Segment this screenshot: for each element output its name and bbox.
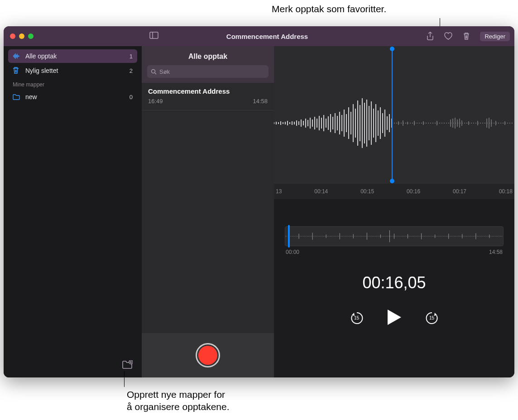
folder-icon [13,94,21,100]
waveform-display [274,96,514,150]
sidebar-item-label: Alle opptak [25,52,130,60]
search-icon [151,69,157,75]
record-icon [198,346,217,365]
waveform-overview[interactable] [285,226,504,246]
svg-line-13 [155,73,156,74]
minimize-window-button[interactable] [19,33,24,39]
sidebar-item-all-recordings[interactable]: Alle opptak 1 [8,49,137,63]
fullscreen-window-button[interactable] [28,33,34,39]
overview-start-label: 00:00 [286,249,299,255]
sidebar-folders-header: Mine mapper [4,78,142,90]
sidebar-item-label: Nylig slettet [25,67,130,74]
recordings-list: Alle opptak Søk Commencement Address 16:… [142,46,274,377]
recording-time: 16:49 [148,98,163,105]
sidebar-item-count: 1 [130,53,133,60]
callout-new-folder: Opprett nye mapper for å organisere oppt… [127,388,230,413]
waveform-zoom-view[interactable]: 13 00:14 00:15 00:16 00:17 00:18 [274,46,514,199]
ruler-tick: 00:18 [499,188,513,195]
overview-waveform [285,227,503,246]
skip-fwd-label: 15 [425,315,439,320]
record-area [142,333,274,377]
time-ruler: 13 00:14 00:15 00:16 00:17 00:18 [274,184,514,199]
skip-forward-15-button[interactable]: 15 [425,311,439,325]
skip-back-label: 15 [350,315,364,320]
toggle-sidebar-button[interactable] [149,32,158,41]
ruler-tick: 00:17 [453,188,466,195]
list-header: Alle opptak [142,46,274,65]
voice-memos-window: Commencement Address Rediger [4,26,514,377]
playback-controls: 15 15 [274,309,514,328]
search-input[interactable]: Søk [147,65,269,78]
trash-icon [13,67,21,74]
ruler-tick: 13 [276,188,282,195]
sidebar-item-count: 2 [130,67,133,74]
favorite-button[interactable] [444,32,453,40]
waveform-icon [13,53,21,59]
detail-panel: 13 00:14 00:15 00:16 00:17 00:18 [274,46,514,377]
traffic-lights [10,33,34,39]
current-time-display: 00:16,05 [274,273,514,292]
play-button[interactable] [387,309,402,328]
share-button[interactable] [427,32,434,41]
delete-button[interactable] [463,32,470,40]
new-folder-button[interactable] [122,360,133,371]
callout-favorite: Merk opptak som favoritter. [272,4,386,14]
edit-button[interactable]: Rediger [480,32,510,41]
sidebar-folder-item[interactable]: new 0 [8,90,137,104]
sidebar: Alle opptak 1 Nylig slettet 2 Mine mappe… [4,46,142,377]
ruler-tick: 00:16 [407,188,420,195]
recording-duration: 14:58 [253,98,268,105]
sidebar-item-count: 0 [130,94,133,100]
svg-rect-0 [150,32,158,38]
window-title: Commencement Address [226,33,308,40]
skip-back-15-button[interactable]: 15 [350,311,364,325]
titlebar: Commencement Address Rediger [4,26,514,46]
callout-line-bottom [124,371,125,387]
sidebar-item-label: new [25,93,130,100]
playhead[interactable] [392,49,393,181]
sidebar-item-recently-deleted[interactable]: Nylig slettet 2 [8,64,137,77]
svg-marker-104 [388,310,401,325]
svg-point-12 [152,69,155,73]
record-button[interactable] [196,343,220,368]
overview-end-label: 14:58 [489,249,503,255]
ruler-tick: 00:15 [360,188,374,195]
ruler-tick: 00:14 [314,188,328,195]
recording-list-item[interactable]: Commencement Address 16:49 14:58 [142,83,274,110]
overview-playhead[interactable] [288,225,290,248]
search-placeholder: Søk [159,68,170,75]
recording-title: Commencement Address [148,87,268,95]
close-window-button[interactable] [10,33,15,39]
